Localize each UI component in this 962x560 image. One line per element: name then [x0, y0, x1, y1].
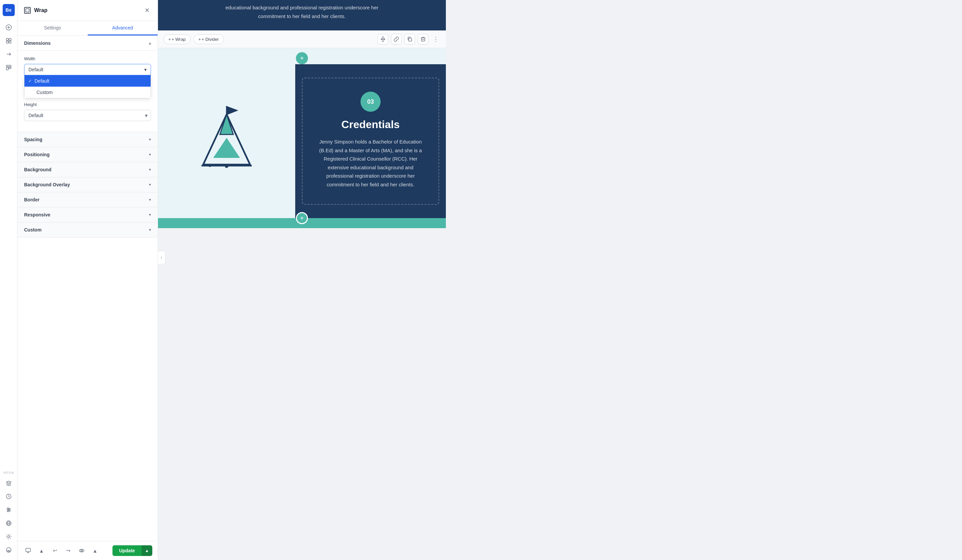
globe-btn[interactable] [3, 517, 15, 529]
move-toolbar-button[interactable] [378, 34, 388, 45]
spacing-label: Spacing [24, 137, 42, 142]
section-background-overlay-header[interactable]: Background Overlay ▾ [18, 177, 158, 192]
panel-tabs: Settings Advanced [18, 21, 158, 36]
add-wrap-button[interactable]: + + Wrap [163, 34, 191, 44]
gear-btn[interactable] [3, 531, 15, 542]
eye-button[interactable] [76, 545, 87, 556]
positioning-chevron-icon: ▾ [149, 152, 151, 157]
svg-rect-24 [26, 548, 31, 552]
svg-point-17 [7, 510, 9, 512]
spacing-chevron-icon: ▾ [149, 137, 151, 142]
width-option-default-label: Default [34, 78, 49, 84]
svg-rect-9 [6, 67, 8, 70]
illustration-area [158, 64, 295, 218]
background-label: Background [24, 167, 52, 172]
add-section-top: + [158, 48, 446, 64]
width-input-bar[interactable]: Default ▾ [24, 64, 151, 75]
svg-point-40 [225, 164, 228, 168]
section-custom-header[interactable]: Custom ▾ [18, 222, 158, 238]
width-dropdown-options: ✓ Default Custom [24, 75, 151, 98]
undo-button[interactable]: ↩ [50, 545, 60, 556]
add-divider-label: + Divider [202, 37, 219, 42]
redo-button[interactable]: ↪ [63, 545, 74, 556]
app-logo: Be [3, 4, 15, 16]
height-label: Height [24, 102, 151, 107]
teal-section: + [158, 218, 446, 228]
monitor-button[interactable] [23, 545, 34, 556]
two-column-section: 03 Credentials Jenny Simpson holds a Bac… [158, 64, 446, 218]
section-positioning-header[interactable]: Positioning ▾ [18, 147, 158, 162]
dimensions-label: Dimensions [24, 40, 50, 46]
arrow-up-button[interactable]: ▲ [36, 545, 47, 556]
add-above-button[interactable]: + [296, 52, 308, 64]
svg-rect-23 [26, 9, 29, 12]
tab-settings[interactable]: Settings [18, 21, 88, 35]
svg-rect-8 [6, 65, 11, 67]
add-below-button[interactable]: + [296, 212, 308, 224]
border-label: Border [24, 197, 39, 203]
svg-point-16 [9, 509, 10, 510]
panel-title-icon [24, 7, 31, 14]
version-label: V27.0.8 [3, 471, 14, 475]
update-arrow-button[interactable]: ▲ [142, 545, 152, 556]
responsive-label: Responsive [24, 212, 50, 217]
structure-icon-btn[interactable] [3, 61, 15, 74]
svg-point-41 [208, 164, 211, 167]
grid-icon-btn[interactable] [3, 35, 15, 47]
svg-marker-37 [213, 138, 240, 158]
svg-rect-30 [421, 38, 425, 41]
eye-arrow-button[interactable]: ▲ [90, 545, 100, 556]
width-dropdown-container: Default ▾ ✓ Default Custom [24, 64, 151, 75]
settings-panel: Wrap ✕ Settings Advanced Dimensions ▴ Wi… [18, 0, 158, 560]
width-option-custom[interactable]: Custom [24, 87, 151, 98]
top-section-text: educational background and professional … [218, 0, 386, 24]
mountain-illustration [190, 105, 263, 178]
section-responsive-header[interactable]: Responsive ▾ [18, 208, 158, 222]
credentials-card: 03 Credentials Jenny Simpson holds a Bac… [302, 77, 439, 205]
dimensions-content: Width Default ▾ ✓ Default [18, 51, 158, 132]
section-spacing-header[interactable]: Spacing ▾ [18, 132, 158, 147]
wp-btn[interactable] [3, 544, 15, 556]
width-field: Width Default ▾ ✓ Default [24, 56, 151, 75]
credentials-section: 03 Credentials Jenny Simpson holds a Bac… [295, 64, 446, 218]
svg-point-21 [8, 536, 10, 537]
section-background-header[interactable]: Background ▾ [18, 162, 158, 177]
main-toolbar: + + Wrap + + Divider ⋮ [158, 31, 446, 48]
svg-rect-29 [409, 38, 412, 41]
panel-body: Dimensions ▴ Width Default ▾ ✓ Def [18, 36, 158, 541]
update-button[interactable]: Update [113, 545, 142, 556]
section-border-header[interactable]: Border ▾ [18, 192, 158, 208]
more-toolbar-button[interactable]: ⋮ [431, 34, 441, 44]
link-toolbar-button[interactable] [391, 34, 402, 45]
add-divider-icon: + [199, 37, 201, 42]
width-label: Width [24, 56, 151, 61]
section-dimensions-header[interactable]: Dimensions ▴ [18, 36, 158, 51]
svg-point-28 [81, 550, 83, 552]
copy-toolbar-button[interactable] [404, 34, 415, 45]
add-item-btn[interactable] [3, 21, 15, 34]
svg-rect-10 [9, 67, 11, 69]
clock-btn[interactable] [3, 491, 15, 502]
width-option-default[interactable]: ✓ Default [24, 75, 151, 87]
add-divider-button[interactable]: + + Divider [194, 34, 224, 44]
dimensions-chevron-icon: ▴ [149, 41, 151, 45]
layers-btn[interactable] [3, 477, 15, 489]
toggle-panel-button[interactable]: ‹ [158, 251, 165, 264]
update-button-group: Update ▲ [113, 545, 152, 556]
height-select[interactable]: Default Custom [24, 110, 151, 121]
credentials-body: Jenny Simpson holds a Bachelor of Educat… [316, 137, 425, 189]
width-dropdown-chevron-icon: ▾ [144, 67, 147, 72]
main-content: educational background and professional … [158, 0, 446, 560]
svg-rect-3 [6, 39, 8, 40]
sliders-btn[interactable] [3, 504, 15, 516]
svg-marker-39 [227, 106, 238, 115]
tab-advanced[interactable]: Advanced [88, 21, 158, 35]
custom-label: Custom [24, 227, 42, 232]
add-section-bottom-wrapper: + [158, 218, 446, 228]
height-dropdown-wrapper: Default Custom ▾ [24, 110, 151, 121]
width-selected-value: Default [29, 67, 43, 72]
delete-toolbar-button[interactable] [418, 34, 428, 45]
close-panel-button[interactable]: ✕ [143, 5, 151, 15]
svg-rect-6 [9, 41, 11, 43]
navigator-icon-btn[interactable] [3, 48, 15, 60]
